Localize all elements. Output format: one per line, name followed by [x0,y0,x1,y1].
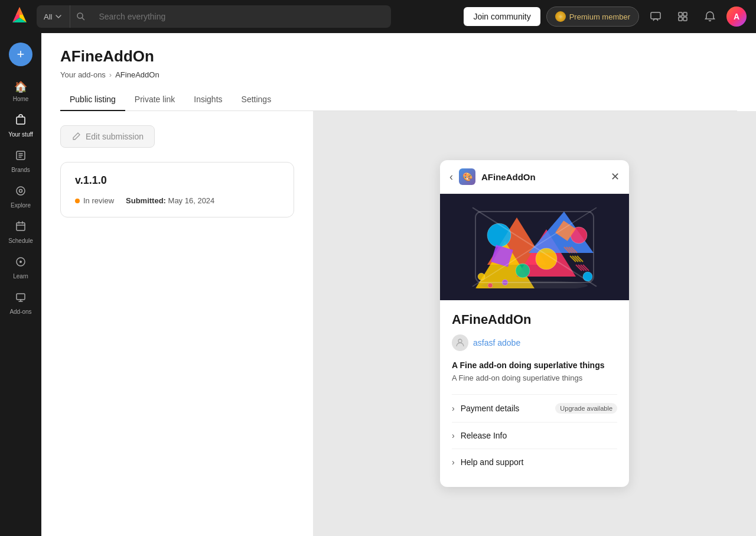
svg-rect-11 [17,117,25,124]
version-card: v.1.1.0 In review Submitted: May 16, 202… [60,162,294,217]
preview-section-release[interactable]: › Release Info [452,422,617,449]
status-badge: In review [75,196,114,205]
preview-addon-icon: 🎨 [459,168,475,185]
svg-rect-10 [683,17,687,21]
content-header: AFineAddOn Your add-ons › AFineAddOn Pub… [41,33,756,111]
explore-icon [15,185,27,200]
preview-addon-name: AFineAddOn [481,172,536,182]
tab-private-link[interactable]: Private link [125,89,184,111]
search-icon [70,12,92,21]
sidebar-item-brands-label: Brands [11,167,30,173]
sidebar-item-schedule[interactable]: Schedule [3,216,38,249]
grid-icon [677,11,689,22]
main-layout: + 🏠 Home Your stuff Brands Explore [0,33,756,536]
version-number: v.1.1.0 [75,174,279,187]
preview-close-button[interactable]: ✕ [611,170,620,183]
sidebar-item-brands[interactable]: Brands [3,145,38,178]
svg-marker-4 [16,7,23,15]
svg-point-19 [458,339,462,343]
left-panel: Edit submission v.1.1.0 In review Submit… [41,111,313,536]
chevron-right-icon-3: › [452,457,455,467]
preview-description: A Fine add-on doing superlative things [452,373,617,382]
author-avatar [452,334,468,351]
sidebar-item-your-stuff[interactable]: Your stuff [3,109,38,142]
tab-settings[interactable]: Settings [232,89,281,111]
content-area: AFineAddOn Your add-ons › AFineAddOn Pub… [41,33,756,536]
breadcrumb-link[interactable]: Your add-ons [60,70,106,79]
payment-details-label: Payment details [461,404,550,413]
preview-card: ‹ 🎨 AFineAddOn ✕ AFineAddOn [440,160,629,487]
premium-member-button[interactable]: ✦ Premium member [546,7,639,27]
chevron-right-icon: › [452,404,455,413]
chat-icon [650,11,662,22]
tab-insights[interactable]: Insights [184,89,232,111]
pencil-icon [71,132,81,141]
topnav: All Join community ✦ Premium member A [0,0,756,33]
breadcrumb: Your add-ons › AFineAddOn [60,70,737,79]
edit-submission-button[interactable]: Edit submission [60,125,155,148]
sidebar-item-explore[interactable]: Explore [3,180,38,213]
help-support-label: Help and support [461,457,617,467]
addons-icon [15,291,27,306]
sidebar-item-learn[interactable]: Learn [3,251,38,284]
preview-card-header: ‹ 🎨 AFineAddOn ✕ [440,160,629,194]
bell-icon [704,11,716,22]
grid-icon-button[interactable] [672,6,693,27]
preview-image [440,194,629,300]
user-icon [455,338,465,347]
svg-point-17 [19,261,22,263]
status-label: In review [83,196,114,205]
svg-rect-18 [17,294,25,300]
notifications-icon-button[interactable] [699,6,721,27]
tabs: Public listing Private link Insights Set… [60,89,737,111]
submitted-label: Submitted: [126,196,166,205]
content-body: Edit submission v.1.1.0 In review Submit… [41,111,756,536]
search-filter-label: All [44,12,52,21]
svg-point-14 [19,190,22,193]
add-new-button[interactable]: + [9,43,32,66]
author-name[interactable]: asfasf adobe [473,338,520,347]
preview-body: AFineAddOn asfasf adobe A Fine add-on do… [440,300,629,487]
home-icon: 🏠 [14,80,27,93]
preview-section-help[interactable]: › Help and support [452,449,617,475]
join-community-button[interactable]: Join community [464,7,540,26]
sidebar-item-home[interactable]: 🏠 Home [3,76,38,107]
right-panel: ‹ 🎨 AFineAddOn ✕ AFineAddOn [313,111,756,536]
addon-artwork-canvas [470,206,599,288]
search-input[interactable] [92,5,391,28]
sidebar-item-learn-label: Learn [13,273,28,280]
schedule-icon [15,220,27,235]
status-dot [75,199,80,203]
search-container: All [37,5,391,28]
preview-author: asfasf adobe [452,334,617,351]
page-title: AFineAddOn [60,47,737,66]
topnav-right: Join community ✦ Premium member A [464,6,747,27]
sidebar-item-addons[interactable]: Add-ons [3,287,38,320]
tab-public-listing[interactable]: Public listing [60,89,125,111]
logo[interactable] [9,5,30,28]
breadcrumb-separator: › [109,70,112,79]
svg-point-13 [17,187,25,195]
chat-icon-button[interactable] [645,6,666,27]
upgrade-badge: Upgrade available [555,403,617,414]
preview-back-button[interactable]: ‹ [449,171,453,183]
svg-rect-15 [17,223,25,230]
version-meta: In review Submitted: May 16, 2024 [75,196,279,205]
sidebar-item-home-label: Home [13,96,29,102]
preview-title: AFineAddOn [452,312,617,327]
edit-submission-label: Edit submission [86,132,144,141]
submitted-info: Submitted: May 16, 2024 [126,196,214,205]
sidebar-item-your-stuff-label: Your stuff [8,131,33,138]
svg-rect-7 [679,12,682,16]
submitted-date: May 16, 2024 [168,196,215,205]
chevron-down-icon [54,12,63,21]
brands-icon [15,150,27,164]
sidebar-item-explore-label: Explore [11,202,31,209]
search-filter-dropdown[interactable]: All [37,5,70,28]
your-stuff-icon [15,114,27,129]
svg-rect-9 [679,17,682,21]
avatar[interactable]: A [726,7,747,27]
breadcrumb-current: AFineAddOn [115,70,159,79]
sidebar-item-addons-label: Add-ons [9,308,31,315]
preview-section-payment[interactable]: › Payment details Upgrade available [452,394,617,422]
